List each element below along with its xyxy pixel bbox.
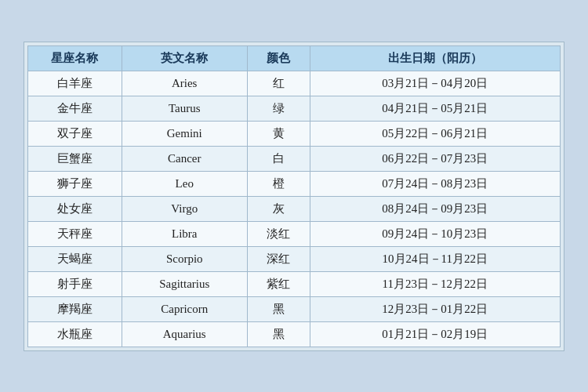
header-cn: 星座名称 [28, 45, 122, 71]
table-row: 巨蟹座Cancer白06月22日－07月23日 [28, 146, 561, 171]
cell-date: 08月24日－09月23日 [310, 196, 560, 221]
cell-date: 09月24日－10月23日 [310, 221, 560, 246]
cell-cn: 天秤座 [28, 221, 122, 246]
header-date: 出生日期（阳历） [310, 45, 560, 71]
cell-color: 紫红 [247, 271, 310, 296]
cell-en: Virgo [122, 196, 247, 221]
cell-cn: 处女座 [28, 196, 122, 221]
cell-en: Libra [122, 221, 247, 246]
cell-date: 12月23日－01月22日 [310, 296, 560, 321]
cell-en: Taurus [122, 96, 247, 121]
cell-color: 黑 [247, 296, 310, 321]
cell-cn: 水瓶座 [28, 321, 122, 347]
table-row: 白羊座Aries红03月21日－04月20日 [28, 71, 561, 96]
cell-en: Capricorn [122, 296, 247, 321]
cell-color: 深红 [247, 246, 310, 271]
table-row: 狮子座Leo橙07月24日－08月23日 [28, 171, 561, 196]
cell-date: 03月21日－04月20日 [310, 71, 560, 96]
cell-en: Scorpio [122, 246, 247, 271]
cell-color: 白 [247, 146, 310, 171]
cell-color: 灰 [247, 196, 310, 221]
table-row: 摩羯座Capricorn黑12月23日－01月22日 [28, 296, 561, 321]
cell-cn: 天蝎座 [28, 246, 122, 271]
cell-date: 07月24日－08月23日 [310, 171, 560, 196]
table-row: 双子座Gemini黄05月22日－06月21日 [28, 121, 561, 146]
table-row: 射手座Sagittarius紫红11月23日－12月22日 [28, 271, 561, 296]
cell-cn: 摩羯座 [28, 296, 122, 321]
cell-color: 黑 [247, 321, 310, 347]
table-row: 天秤座Libra淡红09月24日－10月23日 [28, 221, 561, 246]
cell-date: 11月23日－12月22日 [310, 271, 560, 296]
cell-en: Leo [122, 171, 247, 196]
cell-color: 黄 [247, 121, 310, 146]
table-row: 金牛座Taurus绿04月21日－05月21日 [28, 96, 561, 121]
table-header-row: 星座名称 英文名称 颜色 出生日期（阳历） [28, 45, 561, 71]
cell-color: 橙 [247, 171, 310, 196]
cell-cn: 双子座 [28, 121, 122, 146]
cell-cn: 金牛座 [28, 96, 122, 121]
cell-cn: 狮子座 [28, 171, 122, 196]
cell-cn: 射手座 [28, 271, 122, 296]
header-color: 颜色 [247, 45, 310, 71]
cell-date: 10月24日－11月22日 [310, 246, 560, 271]
zodiac-table: 星座名称 英文名称 颜色 出生日期（阳历） 白羊座Aries红03月21日－04… [27, 45, 561, 347]
cell-date: 06月22日－07月23日 [310, 146, 560, 171]
cell-date: 05月22日－06月21日 [310, 121, 560, 146]
cell-cn: 巨蟹座 [28, 146, 122, 171]
cell-color: 淡红 [247, 221, 310, 246]
table-row: 处女座Virgo灰08月24日－09月23日 [28, 196, 561, 221]
cell-date: 04月21日－05月21日 [310, 96, 560, 121]
cell-en: Cancer [122, 146, 247, 171]
table-row: 天蝎座Scorpio深红10月24日－11月22日 [28, 246, 561, 271]
zodiac-table-wrapper: 星座名称 英文名称 颜色 出生日期（阳历） 白羊座Aries红03月21日－04… [24, 42, 564, 351]
table-row: 水瓶座Aquarius黑01月21日－02月19日 [28, 321, 561, 347]
cell-date: 01月21日－02月19日 [310, 321, 560, 347]
header-en: 英文名称 [122, 45, 247, 71]
cell-en: Sagittarius [122, 271, 247, 296]
cell-en: Aquarius [122, 321, 247, 347]
cell-color: 红 [247, 71, 310, 96]
cell-cn: 白羊座 [28, 71, 122, 96]
cell-color: 绿 [247, 96, 310, 121]
cell-en: Aries [122, 71, 247, 96]
cell-en: Gemini [122, 121, 247, 146]
